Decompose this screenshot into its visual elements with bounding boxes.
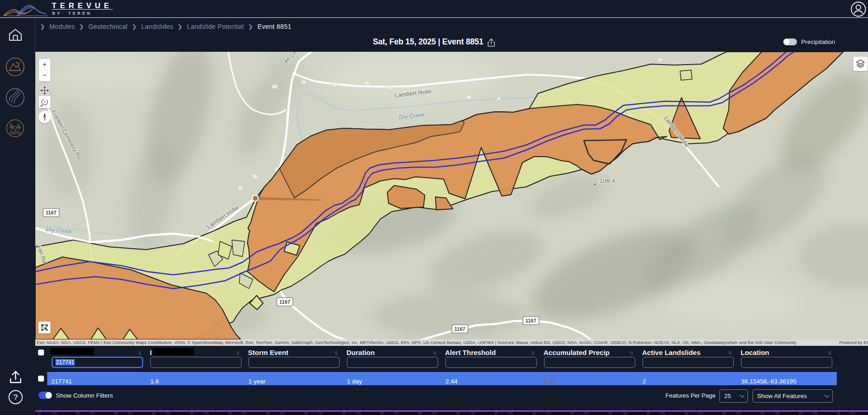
svg-text:1186 ft: 1186 ft xyxy=(599,178,615,184)
svg-text:1167: 1167 xyxy=(46,210,57,215)
svg-text:1167: 1167 xyxy=(455,326,466,332)
svg-text:?: ? xyxy=(13,393,17,402)
svg-text:1167: 1167 xyxy=(526,318,537,323)
svg-text:1167: 1167 xyxy=(280,299,291,305)
svg-text:▲: ▲ xyxy=(593,182,596,186)
